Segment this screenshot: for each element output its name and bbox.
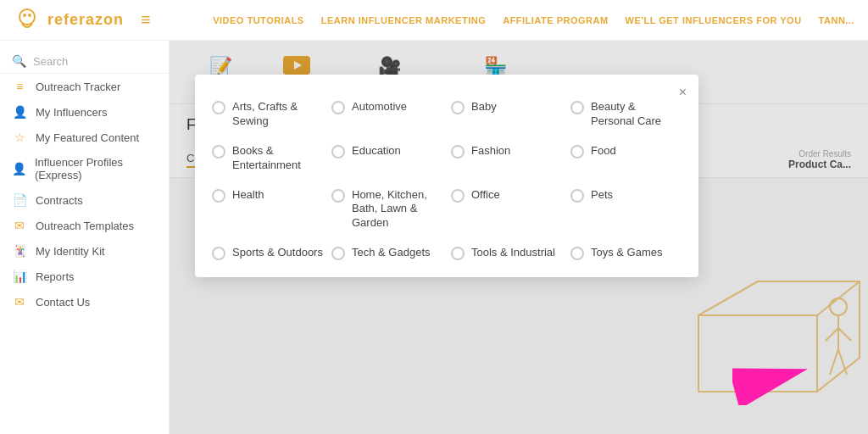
sidebar-item-contracts[interactable]: 📄 Contracts (0, 187, 169, 213)
category-label: Office (471, 188, 500, 203)
svg-point-2 (28, 14, 31, 17)
list-icon: ≡ (12, 80, 27, 93)
categories-grid: Arts, Crafts & Sewing Automotive Baby (212, 100, 682, 260)
radio-food[interactable] (570, 145, 584, 159)
sidebar-label: Reports (36, 270, 75, 283)
sidebar-label: My Featured Content (36, 131, 139, 144)
logo-text: referazon (47, 11, 124, 29)
logo-area: referazon (14, 7, 124, 34)
reports-icon: 📊 (12, 270, 27, 283)
sidebar-search[interactable]: 🔍 Search (0, 49, 169, 74)
svg-point-0 (19, 9, 35, 25)
category-label: Tech & Gadgets (352, 246, 431, 260)
radio-tech[interactable] (331, 247, 345, 260)
radio-home-kitchen[interactable] (331, 189, 345, 203)
main-content: 📝 BLOGS YOUTUBE 🎥 AMAZON LIVE (170, 41, 868, 434)
radio-toys[interactable] (570, 247, 584, 260)
category-toys[interactable]: Toys & Games (570, 246, 682, 260)
radio-sports[interactable] (212, 247, 225, 260)
category-label: Toys & Games (591, 246, 663, 260)
sidebar-label: Outreach Templates (36, 220, 134, 232)
category-label: Baby (471, 100, 497, 114)
category-baby[interactable]: Baby (451, 100, 562, 129)
category-sports[interactable]: Sports & Outdoors (212, 246, 323, 260)
radio-baby[interactable] (451, 101, 465, 114)
pink-arrow (732, 346, 834, 405)
radio-education[interactable] (331, 145, 345, 159)
radio-automotive[interactable] (331, 101, 345, 114)
modal-close-button[interactable]: × (679, 85, 687, 100)
contact-icon: ✉ (12, 295, 27, 309)
sidebar-item-outreach-templates[interactable]: ✉ Outreach Templates (0, 213, 169, 238)
radio-beauty[interactable] (570, 101, 584, 114)
radio-books[interactable] (212, 145, 225, 159)
category-label: Education (352, 144, 401, 159)
sidebar-label: My Identity Kit (36, 245, 105, 258)
sidebar-item-featured-content[interactable]: ☆ My Featured Content (0, 125, 169, 150)
category-food[interactable]: Food (570, 144, 682, 173)
category-pets[interactable]: Pets (570, 188, 682, 231)
radio-health[interactable] (212, 189, 225, 203)
radio-office[interactable] (451, 189, 465, 203)
category-label: Arts, Crafts & Sewing (232, 100, 323, 129)
nav-affiliate[interactable]: AFFILIATE PROGRAM (503, 15, 608, 25)
category-label: Food (591, 144, 616, 159)
category-education[interactable]: Education (331, 144, 442, 173)
category-label: Pets (591, 188, 613, 203)
category-label: Health (232, 188, 264, 203)
category-label: Beauty & Personal Care (591, 100, 682, 129)
search-label: Search (33, 55, 68, 68)
hamburger-menu[interactable]: ≡ (141, 10, 151, 30)
sidebar-label: Outreach Tracker (36, 81, 120, 93)
profile-icon: 👤 (12, 162, 26, 175)
category-modal: × Arts, Crafts & Sewing Automotive B (195, 75, 698, 277)
template-icon: ✉ (12, 219, 27, 232)
main-area: 🔍 Search ≡ Outreach Tracker 👤 My Influen… (0, 41, 868, 434)
category-books[interactable]: Books & Entertainment (212, 144, 323, 173)
sidebar-item-contact-us[interactable]: ✉ Contact Us (0, 289, 169, 314)
sidebar-item-identity-kit[interactable]: 🃏 My Identity Kit (0, 238, 169, 264)
sidebar-label: Contact Us (36, 296, 90, 309)
category-office[interactable]: Office (451, 188, 562, 231)
sidebar-item-outreach-tracker[interactable]: ≡ Outreach Tracker (0, 74, 169, 99)
category-beauty[interactable]: Beauty & Personal Care (570, 100, 682, 129)
sidebar: 🔍 Search ≡ Outreach Tracker 👤 My Influen… (0, 41, 170, 434)
category-arts-crafts[interactable]: Arts, Crafts & Sewing (212, 100, 323, 129)
nav-video-tutorials[interactable]: VIDEO TUTORIALS (213, 15, 304, 25)
sidebar-label: Contracts (36, 194, 83, 207)
sidebar-label: Influencer Profiles (Express) (35, 156, 157, 181)
search-icon: 🔍 (12, 54, 26, 68)
category-label: Fashion (471, 144, 510, 159)
category-label: Automotive (352, 100, 407, 114)
radio-arts-crafts[interactable] (212, 101, 225, 114)
category-label: Sports & Outdoors (232, 246, 323, 260)
radio-tools[interactable] (451, 247, 465, 260)
user-icon: 👤 (12, 105, 27, 119)
category-label: Books & Entertainment (232, 144, 323, 173)
category-tech[interactable]: Tech & Gadgets (331, 246, 442, 260)
radio-pets[interactable] (570, 189, 584, 203)
nav-learn-influencer[interactable]: LEARN INFLUENCER MARKETING (321, 15, 487, 25)
nav-tann[interactable]: TANN... (819, 15, 854, 25)
category-automotive[interactable]: Automotive (331, 100, 442, 129)
category-label: Tools & Industrial (471, 246, 555, 260)
contract-icon: 📄 (12, 193, 27, 207)
radio-fashion[interactable] (451, 145, 465, 159)
sidebar-label: My Influencers (36, 106, 108, 119)
app: referazon ≡ VIDEO TUTORIALS LEARN INFLUE… (0, 0, 868, 434)
sidebar-item-reports[interactable]: 📊 Reports (0, 264, 169, 289)
svg-point-1 (23, 14, 26, 17)
nav-get-influencers[interactable]: WE'LL GET INFLUENCERS FOR YOU (626, 15, 802, 25)
category-fashion[interactable]: Fashion (451, 144, 562, 173)
logo-icon (14, 7, 41, 34)
category-label: Home, Kitchen, Bath, Lawn & Garden (352, 188, 442, 231)
star-icon: ☆ (12, 131, 27, 144)
sidebar-item-influencer-profiles[interactable]: 👤 Influencer Profiles (Express) (0, 150, 169, 187)
sidebar-item-my-influencers[interactable]: 👤 My Influencers (0, 99, 169, 125)
arrow-container (732, 346, 834, 409)
category-home-kitchen[interactable]: Home, Kitchen, Bath, Lawn & Garden (331, 188, 442, 231)
category-health[interactable]: Health (212, 188, 323, 231)
nav-links: VIDEO TUTORIALS LEARN INFLUENCER MARKETI… (213, 15, 854, 25)
category-tools[interactable]: Tools & Industrial (451, 246, 562, 260)
identity-icon: 🃏 (12, 244, 27, 258)
